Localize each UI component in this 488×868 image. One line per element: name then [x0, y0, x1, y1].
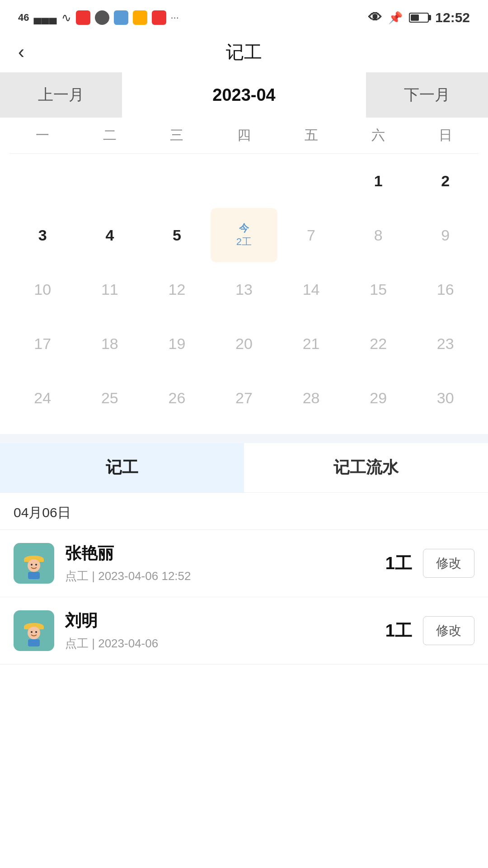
day-3[interactable]: 3: [9, 208, 76, 262]
day-1[interactable]: 1: [345, 154, 412, 208]
current-month-display: 2023-04: [122, 72, 366, 118]
worker-info-1: 张艳丽 点工 | 2023-04-06 12:52: [54, 542, 385, 584]
day-27[interactable]: 27: [211, 371, 278, 425]
worker-count-1: 1工: [385, 552, 412, 575]
svg-point-10: [31, 631, 33, 633]
day-30[interactable]: 30: [412, 371, 479, 425]
day-9[interactable]: 9: [412, 208, 479, 262]
avatar-icon-2: [18, 615, 50, 646]
day-16[interactable]: 16: [412, 262, 479, 316]
app-icon-3: [114, 10, 128, 25]
avatar-2: [14, 610, 54, 651]
day-2[interactable]: 2: [412, 154, 479, 208]
svg-point-5: [35, 564, 37, 566]
eye-icon: 👁: [368, 10, 382, 25]
day-4[interactable]: 4: [76, 208, 144, 262]
avatar-1: [14, 543, 54, 584]
app-icon-5: [152, 10, 166, 25]
wifi-icon: ∿: [61, 11, 71, 25]
tab-jigong[interactable]: 记工: [0, 443, 244, 492]
more-icon: ···: [171, 12, 179, 24]
page-header: ‹ 记工: [0, 32, 488, 72]
weekday-sat: 六: [345, 118, 412, 153]
worker-item-2[interactable]: 刘明 点工 | 2023-04-06 1工 修改: [0, 597, 488, 665]
page-title: 记工: [226, 40, 262, 65]
day-empty-4[interactable]: [211, 154, 278, 208]
weekday-sun: 日: [412, 118, 479, 153]
date-section-label: 04月06日: [0, 493, 488, 530]
next-month-button[interactable]: 下一月: [366, 72, 488, 118]
app-icon-4: [133, 10, 147, 25]
worker-list: 张艳丽 点工 | 2023-04-06 12:52 1工 修改 刘明 点工 | …: [0, 530, 488, 665]
day-11[interactable]: 11: [76, 262, 144, 316]
day-14[interactable]: 14: [277, 262, 345, 316]
day-15[interactable]: 15: [345, 262, 412, 316]
edit-button-2[interactable]: 修改: [423, 616, 474, 645]
tabs: 记工 记工流水: [0, 443, 488, 493]
day-18[interactable]: 18: [76, 316, 144, 371]
day-empty-2[interactable]: [76, 154, 144, 208]
worker-count-2: 1工: [385, 619, 412, 642]
day-25[interactable]: 25: [76, 371, 144, 425]
weekday-fri: 五: [277, 118, 345, 153]
section-divider: [0, 434, 488, 443]
worker-detail-2: 点工 | 2023-04-06: [65, 636, 375, 651]
signal-bars: ▄▄▄: [33, 11, 56, 24]
tab-jigong-liushui[interactable]: 记工流水: [244, 443, 488, 492]
day-24[interactable]: 24: [9, 371, 76, 425]
day-empty-3[interactable]: [143, 154, 211, 208]
signal-icon: 46: [18, 12, 29, 24]
weekday-tue: 二: [76, 118, 144, 153]
day-22[interactable]: 22: [345, 316, 412, 371]
day-19[interactable]: 19: [143, 316, 211, 371]
prev-month-button[interactable]: 上一月: [0, 72, 122, 118]
location-icon: 📌: [388, 11, 403, 25]
weekday-thu: 四: [211, 118, 278, 153]
edit-button-1[interactable]: 修改: [423, 549, 474, 578]
day-13[interactable]: 13: [211, 262, 278, 316]
worker-detail-1: 点工 | 2023-04-06 12:52: [65, 568, 375, 584]
time-display: 12:52: [435, 10, 470, 25]
month-nav: 上一月 2023-04 下一月: [0, 72, 488, 118]
day-20[interactable]: 20: [211, 316, 278, 371]
app-icon-1: [76, 10, 90, 25]
today-label: 今: [239, 222, 249, 235]
worker-name-1: 张艳丽: [65, 542, 375, 565]
weekday-wed: 三: [143, 118, 211, 153]
day-7[interactable]: 7: [277, 208, 345, 262]
day-29[interactable]: 29: [345, 371, 412, 425]
day-5[interactable]: 5: [143, 208, 211, 262]
day-26[interactable]: 26: [143, 371, 211, 425]
app-icon-2: [95, 10, 109, 25]
status-right: 👁 📌 12:52: [368, 10, 470, 25]
calendar: 一 二 三 四 五 六 日 1 2 3 4 5 今 2工 7 8 9 10 11…: [0, 118, 488, 425]
svg-rect-9: [28, 639, 40, 646]
weekday-mon: 一: [9, 118, 76, 153]
worker-item-1[interactable]: 张艳丽 点工 | 2023-04-06 12:52 1工 修改: [0, 530, 488, 597]
day-8[interactable]: 8: [345, 208, 412, 262]
day-empty-1[interactable]: [9, 154, 76, 208]
worker-info-2: 刘明 点工 | 2023-04-06: [54, 610, 385, 651]
days-grid: 1 2 3 4 5 今 2工 7 8 9 10 11 12 13 14 15 1…: [9, 154, 479, 425]
day-23[interactable]: 23: [412, 316, 479, 371]
weekday-header: 一 二 三 四 五 六 日: [9, 118, 479, 154]
day-empty-5[interactable]: [277, 154, 345, 208]
worker-name-2: 刘明: [65, 610, 375, 632]
svg-point-11: [35, 631, 37, 633]
battery-icon: [409, 13, 429, 23]
svg-point-4: [31, 564, 33, 566]
day-21[interactable]: 21: [277, 316, 345, 371]
back-button[interactable]: ‹: [18, 41, 24, 63]
day-17[interactable]: 17: [9, 316, 76, 371]
day-28[interactable]: 28: [277, 371, 345, 425]
svg-point-2: [28, 559, 40, 572]
today-work-count: 2工: [236, 235, 252, 249]
svg-rect-3: [28, 572, 40, 579]
status-bar: 46 ▄▄▄ ∿ ··· 👁 📌 12:52: [0, 0, 488, 32]
avatar-icon-1: [18, 547, 50, 579]
day-10[interactable]: 10: [9, 262, 76, 316]
svg-point-8: [28, 627, 40, 639]
day-12[interactable]: 12: [143, 262, 211, 316]
day-6-today[interactable]: 今 2工: [211, 208, 278, 262]
status-left: 46 ▄▄▄ ∿ ···: [18, 10, 179, 25]
